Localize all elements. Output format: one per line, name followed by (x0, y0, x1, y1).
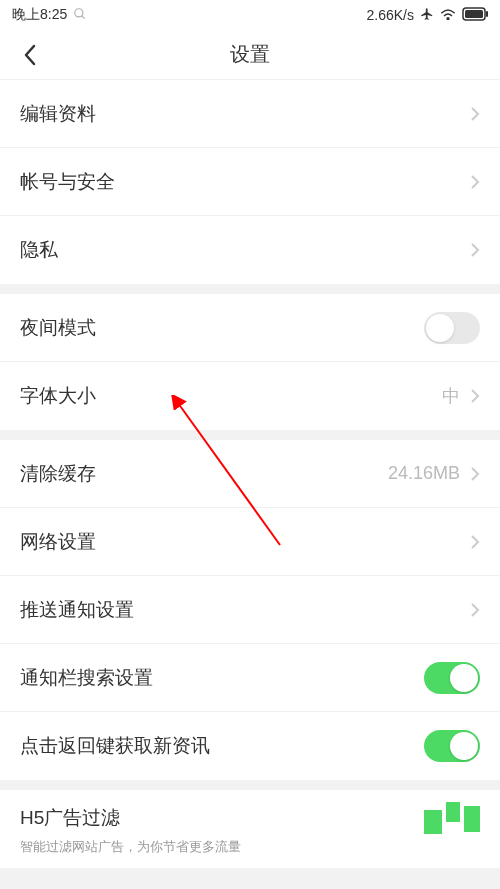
row-label: 字体大小 (20, 383, 96, 409)
row-sublabel: 智能过滤网站广告，为你节省更多流量 (20, 838, 241, 856)
chevron-right-icon (470, 534, 480, 550)
back-button[interactable] (10, 30, 50, 80)
page-title: 设置 (0, 41, 500, 68)
row-label: 隐私 (20, 237, 58, 263)
section-system: 清除缓存 24.16MB 网络设置 推送通知设置 通知栏搜索设置 点击返回键获取… (0, 440, 500, 780)
chevron-right-icon (470, 106, 480, 122)
row-label: 通知栏搜索设置 (20, 665, 153, 691)
row-label: H5广告过滤 (20, 805, 120, 831)
svg-rect-5 (486, 11, 488, 17)
chevron-right-icon (470, 174, 480, 190)
toggle-night-mode[interactable] (424, 312, 480, 344)
row-label: 推送通知设置 (20, 597, 134, 623)
row-label: 编辑资料 (20, 101, 96, 127)
status-speed: 2.66K/s (367, 7, 414, 23)
svg-point-0 (75, 8, 83, 16)
chevron-right-icon (470, 466, 480, 482)
row-label: 清除缓存 (20, 461, 96, 487)
wifi-icon (440, 7, 456, 23)
status-left: 晚上8:25 (12, 6, 87, 24)
airplane-icon (420, 7, 434, 24)
row-label: 夜间模式 (20, 315, 96, 341)
toggle-notification-search[interactable] (424, 662, 480, 694)
row-label: 点击返回键获取新资讯 (20, 733, 210, 759)
svg-point-2 (447, 18, 449, 20)
status-right: 2.66K/s (367, 7, 488, 24)
section-display: 夜间模式 字体大小 中 (0, 294, 500, 430)
row-value: 24.16MB (388, 463, 460, 484)
row-push-notifications[interactable]: 推送通知设置 (0, 576, 500, 644)
chevron-right-icon (470, 242, 480, 258)
row-privacy[interactable]: 隐私 (0, 216, 500, 284)
battery-icon (462, 7, 488, 24)
svg-rect-4 (465, 10, 483, 18)
row-notification-search[interactable]: 通知栏搜索设置 (0, 644, 500, 712)
row-account-security[interactable]: 帐号与安全 (0, 148, 500, 216)
search-icon (73, 7, 87, 24)
status-bar: 晚上8:25 2.66K/s (0, 0, 500, 30)
header: 设置 (0, 30, 500, 80)
section-profile: 编辑资料 帐号与安全 隐私 (0, 80, 500, 284)
row-night-mode[interactable]: 夜间模式 (0, 294, 500, 362)
chevron-right-icon (470, 388, 480, 404)
row-edit-profile[interactable]: 编辑资料 (0, 80, 500, 148)
section-ads: H5广告过滤 智能过滤网站广告，为你节省更多流量 (0, 790, 500, 868)
chevron-left-icon (22, 43, 38, 67)
toggle-back-key-news[interactable] (424, 730, 480, 762)
row-label: 帐号与安全 (20, 169, 115, 195)
row-back-key-news[interactable]: 点击返回键获取新资讯 (0, 712, 500, 780)
row-font-size[interactable]: 字体大小 中 (0, 362, 500, 430)
chevron-right-icon (470, 602, 480, 618)
toggle-ad-filter-censored[interactable] (424, 802, 480, 834)
status-time: 晚上8:25 (12, 6, 67, 24)
row-ad-filter[interactable]: H5广告过滤 智能过滤网站广告，为你节省更多流量 (0, 790, 500, 868)
svg-line-1 (82, 15, 85, 18)
row-clear-cache[interactable]: 清除缓存 24.16MB (0, 440, 500, 508)
row-network-settings[interactable]: 网络设置 (0, 508, 500, 576)
row-value: 中 (442, 384, 460, 408)
row-label: 网络设置 (20, 529, 96, 555)
